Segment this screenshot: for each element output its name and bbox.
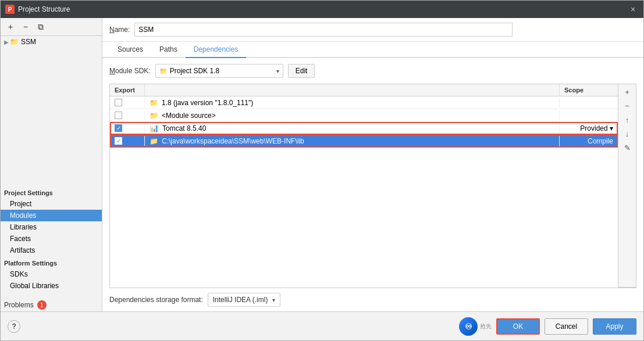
sidebar-tree: ▶ 📁 SSM <box>1 36 102 186</box>
folder-icon: 📁 <box>10 38 19 46</box>
dep-move-up-button[interactable]: ↑ <box>621 113 634 126</box>
row1-icon: 📁 <box>150 112 158 120</box>
tabs-bar: Sources Paths Dependencies <box>102 42 643 58</box>
copy-module-button[interactable]: ⧉ <box>34 20 47 33</box>
tree-item-ssm[interactable]: ▶ 📁 SSM <box>1 36 102 48</box>
dependencies-section: Export Scope <box>109 84 636 288</box>
sdk-row: Module SDK: 📁 Project SDK 1.8 ▾ Edit <box>109 64 636 78</box>
dep-rows: 📁 1.8 (java version "1.8.0_111") <box>110 96 618 288</box>
header-export: Export <box>110 84 145 96</box>
row2-scope[interactable]: Provided ▾ <box>560 123 618 134</box>
tab-content-dependencies: Module SDK: 📁 Project SDK 1.8 ▾ Edit <box>102 58 643 311</box>
project-label: Project <box>10 200 31 208</box>
header-scope: Scope <box>560 84 618 96</box>
dep-table: Export Scope <box>110 84 618 288</box>
dep-edit-button[interactable]: ✎ <box>621 141 634 154</box>
row3-export: ✓ <box>110 136 145 146</box>
sdk-folder-icon: 📁 <box>159 67 168 75</box>
row1-label: <Module source> <box>162 112 216 120</box>
sidebar-item-facets[interactable]: Facets <box>1 233 102 245</box>
modules-label: Modules <box>10 211 36 220</box>
row2-export: ✓ <box>110 123 145 133</box>
dep-table-with-actions: Export Scope <box>110 84 636 288</box>
sidebar-item-project[interactable]: Project <box>1 198 102 210</box>
remove-module-button[interactable]: − <box>19 20 32 33</box>
table-row[interactable]: ✓ 📁 C:\java\workspaceidea\SSM\web\WEB-IN… <box>110 135 618 148</box>
app-icon: P <box>5 5 15 14</box>
sidebar-item-libraries[interactable]: Libraries <box>1 221 102 233</box>
project-settings-header: Project Settings <box>1 186 102 198</box>
row1-name: 📁 <Module source> <box>145 110 560 121</box>
row2-icon: 📊 <box>150 124 159 132</box>
row2-checkbox[interactable]: ✓ <box>115 124 122 132</box>
tab-paths[interactable]: Paths <box>151 42 186 58</box>
sidebar-toolbar: + − ⧉ <box>1 18 102 36</box>
sidebar-item-modules[interactable]: Modules <box>1 210 102 221</box>
row0-checkbox[interactable] <box>115 99 122 106</box>
cancel-button[interactable]: Cancel <box>545 318 588 335</box>
dep-add-button[interactable]: + <box>621 85 634 98</box>
help-button[interactable]: ? <box>8 320 20 333</box>
apply-button[interactable]: Apply <box>593 318 636 335</box>
dialog-title: Project Structure <box>18 5 627 13</box>
libraries-label: Libraries <box>10 223 37 231</box>
problems-row[interactable]: Problems 1 <box>1 299 102 311</box>
problems-badge: 1 <box>37 300 47 310</box>
row0-name: 📁 1.8 (java version "1.8.0_111") <box>145 98 560 108</box>
expand-arrow: ▶ <box>4 39 9 45</box>
problems-label: Problems <box>4 301 34 309</box>
sidebar-item-artifacts[interactable]: Artifacts <box>1 245 102 256</box>
global-libraries-label: Global Libraries <box>10 282 59 290</box>
row0-label: 1.8 (java version "1.8.0_111") <box>162 99 253 107</box>
sdk-dropdown-arrow: ▾ <box>276 68 279 74</box>
row2-label: Tomcat 8.5.40 <box>162 124 206 132</box>
storage-format-dropdown[interactable]: IntelliJ IDEA (.iml) ▾ <box>208 293 281 307</box>
row0-scope <box>560 102 618 104</box>
name-row: Name: <box>102 18 643 42</box>
row1-export <box>110 110 145 120</box>
name-input[interactable] <box>134 23 513 37</box>
row3-label: C:\java\workspaceidea\SSM\web\WEB-INF\li… <box>162 137 304 145</box>
dep-table-header: Export Scope <box>110 84 618 96</box>
sdk-value: Project SDK 1.8 <box>170 67 219 75</box>
edit-sdk-button[interactable]: Edit <box>288 64 315 78</box>
dep-remove-button[interactable]: − <box>621 99 634 112</box>
main-content: + − ⧉ ▶ 📁 SSM Project Settings Project M… <box>1 18 643 311</box>
header-name <box>145 84 560 96</box>
row0-export <box>110 98 145 107</box>
row3-name: 📁 C:\java\workspaceidea\SSM\web\WEB-INF\… <box>145 136 560 146</box>
tab-sources[interactable]: Sources <box>109 42 151 58</box>
table-row[interactable]: 📁 <Module source> <box>110 109 618 122</box>
dep-move-down-button[interactable]: ↓ <box>621 127 634 140</box>
row2-scope-value: Provided ▾ <box>580 124 613 132</box>
sidebar-item-sdks[interactable]: SDKs <box>1 268 102 280</box>
row3-icon: 📁 <box>150 137 158 145</box>
artifacts-label: Artifacts <box>10 246 35 254</box>
dep-table-actions: + − ↑ ↓ ✎ <box>618 84 636 288</box>
row0-icon: 📁 <box>150 99 158 107</box>
name-label: Name: <box>109 26 130 34</box>
watermark-text: 抢先 <box>480 322 492 331</box>
sidebar-item-global-libraries[interactable]: Global Libraries <box>1 280 102 292</box>
row1-scope <box>560 114 618 117</box>
sdk-dropdown[interactable]: 📁 Project SDK 1.8 ▾ <box>155 64 283 78</box>
add-module-button[interactable]: + <box>4 20 17 33</box>
baidu-area: ♾ 抢先 <box>459 317 492 336</box>
close-button[interactable]: × <box>627 3 639 15</box>
row3-scope: Compile <box>560 136 618 146</box>
storage-format-row: Dependencies storage format: IntelliJ ID… <box>109 288 636 311</box>
table-row[interactable]: ✓ 📊 Tomcat 8.5.40 Provided ▾ <box>110 122 618 135</box>
row2-name: 📊 Tomcat 8.5.40 <box>145 123 560 134</box>
row3-checkbox[interactable]: ✓ <box>115 137 122 145</box>
tree-item-label: SSM <box>21 38 36 46</box>
storage-dropdown-arrow: ▾ <box>272 297 275 303</box>
title-bar: P Project Structure × <box>1 1 643 18</box>
ok-button[interactable]: OK <box>496 318 540 335</box>
tab-dependencies[interactable]: Dependencies <box>186 42 247 58</box>
row1-checkbox[interactable] <box>115 112 122 119</box>
sdk-label: Module SDK: <box>109 67 151 75</box>
table-row[interactable]: 📁 1.8 (java version "1.8.0_111") <box>110 96 618 109</box>
platform-settings-header: Platform Settings <box>1 256 102 268</box>
storage-label: Dependencies storage format: <box>109 296 203 304</box>
content-area: Name: Sources Paths Dependencies Mo <box>102 18 643 311</box>
